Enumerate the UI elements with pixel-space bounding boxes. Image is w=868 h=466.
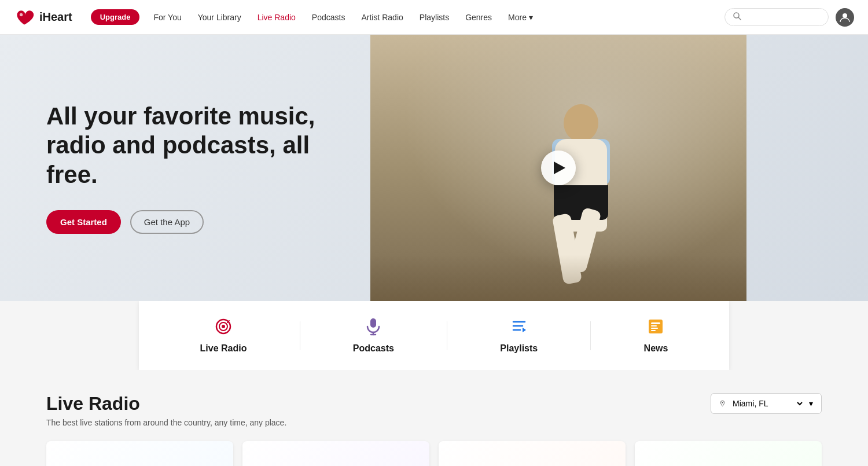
get-app-button[interactable]: Get the App xyxy=(130,210,204,234)
svg-rect-18 xyxy=(651,328,658,329)
user-account-icon[interactable] xyxy=(836,8,854,27)
iheart-logo-icon xyxy=(14,7,35,28)
location-icon xyxy=(719,399,726,408)
location-dropdown[interactable]: Miami, FL New York, NY Los Angeles, CA C… xyxy=(730,398,804,409)
nav-artist-radio[interactable]: Artist Radio xyxy=(361,13,403,22)
playlists-icon xyxy=(510,317,528,339)
station-card-3[interactable]: FAYO xyxy=(439,441,626,466)
header: iHeart Upgrade For You Your Library Live… xyxy=(0,0,868,35)
nav-more[interactable]: More ▾ xyxy=(508,13,533,22)
news-label: News xyxy=(644,343,668,354)
nav-more-label: More xyxy=(508,13,527,22)
section-title-group: Live Radio The best live stations from a… xyxy=(46,393,286,427)
category-live-radio[interactable]: Live Radio xyxy=(177,313,270,358)
hero-image xyxy=(370,35,746,301)
svg-point-6 xyxy=(222,325,225,328)
svg-point-20 xyxy=(722,402,723,403)
section-subtitle: The best live stations from around the c… xyxy=(46,418,286,427)
get-started-button[interactable]: Get Started xyxy=(46,210,121,234)
hero-content: All your favorite music, radio and podca… xyxy=(0,35,370,301)
category-news[interactable]: News xyxy=(621,313,692,358)
hero-buttons: Get Started Get the App xyxy=(46,210,324,234)
chevron-down-icon: ▾ xyxy=(529,13,533,22)
logo[interactable]: iHeart xyxy=(14,7,72,28)
station-card-4[interactable] xyxy=(635,441,822,466)
main-nav: For You Your Library Live Radio Podcasts… xyxy=(153,13,724,22)
location-selector[interactable]: Miami, FL New York, NY Los Angeles, CA C… xyxy=(711,393,822,414)
logo-text: iHeart xyxy=(39,10,72,24)
svg-marker-14 xyxy=(523,328,526,332)
live-radio-icon xyxy=(214,317,233,339)
play-button[interactable] xyxy=(541,151,576,185)
play-icon xyxy=(554,162,565,174)
runner-head xyxy=(564,104,598,142)
news-icon xyxy=(646,317,665,339)
nav-live-radio[interactable]: Live Radio xyxy=(258,13,296,22)
station-card-1[interactable]: VAICE xyxy=(46,441,233,466)
podcasts-icon xyxy=(364,317,382,339)
live-radio-section: Live Radio The best live stations from a… xyxy=(0,370,868,466)
svg-point-3 xyxy=(843,13,847,18)
station-cards-grid: VAICE FAYO xyxy=(46,441,822,466)
nav-playlists[interactable]: Playlists xyxy=(420,13,449,22)
podcasts-label: Podcasts xyxy=(353,343,394,354)
search-box[interactable] xyxy=(724,8,829,26)
nav-your-library[interactable]: Your Library xyxy=(198,13,241,22)
section-title: Live Radio xyxy=(46,393,286,414)
svg-point-0 xyxy=(20,13,23,16)
section-header: Live Radio The best live stations from a… xyxy=(46,393,822,427)
nav-podcasts[interactable]: Podcasts xyxy=(312,13,345,22)
station-4-logo-wrap xyxy=(635,441,822,466)
search-input[interactable] xyxy=(745,13,820,21)
svg-rect-19 xyxy=(651,330,656,331)
category-playlists[interactable]: Playlists xyxy=(477,313,561,358)
header-right xyxy=(724,8,854,27)
hero-section: All your favorite music, radio and podca… xyxy=(0,35,868,301)
dropdown-chevron-icon: ▾ xyxy=(809,399,813,408)
category-podcasts[interactable]: Podcasts xyxy=(330,313,417,358)
svg-rect-17 xyxy=(651,325,657,326)
search-icon xyxy=(733,12,741,22)
live-radio-label: Live Radio xyxy=(200,343,247,354)
nav-for-you[interactable]: For You xyxy=(153,13,181,22)
svg-rect-8 xyxy=(370,318,376,328)
divider-1 xyxy=(300,321,300,350)
divider-2 xyxy=(447,321,447,350)
playlists-label: Playlists xyxy=(500,343,538,354)
station-card-2[interactable] xyxy=(242,441,429,466)
hero-title: All your favorite music, radio and podca… xyxy=(46,102,324,189)
station-1-logo-wrap: VAICE xyxy=(46,441,233,466)
divider-3 xyxy=(590,321,591,350)
station-3-logo-wrap: FAYO xyxy=(439,441,626,466)
svg-line-2 xyxy=(738,17,741,20)
category-strip: Live Radio Podcasts Playlists xyxy=(139,301,729,370)
svg-rect-16 xyxy=(651,322,660,324)
ground-shadow xyxy=(370,255,746,301)
upgrade-button[interactable]: Upgrade xyxy=(91,9,140,25)
hero-image-placeholder xyxy=(370,35,746,301)
nav-genres[interactable]: Genres xyxy=(465,13,492,22)
